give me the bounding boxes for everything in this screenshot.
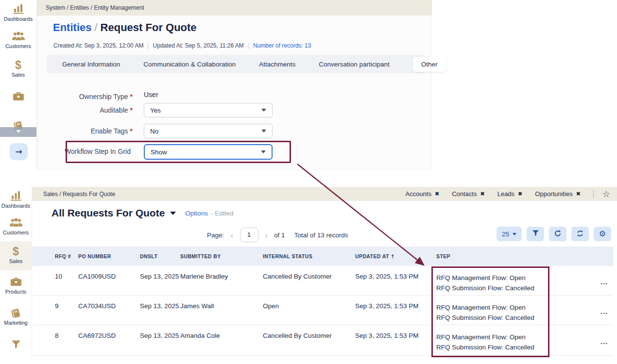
table-row[interactable]: 10 CA1009USD Sep 13, 2025 Marlene Bradle…: [32, 266, 613, 296]
form-row-workflow-step: Workflow Step In Grid Show: [37, 144, 432, 160]
column-header-step[interactable]: STEP: [436, 253, 596, 259]
caret-down-icon[interactable]: [170, 212, 176, 215]
required-asterisk: *: [130, 127, 133, 135]
options-link[interactable]: Options: [185, 210, 208, 217]
star-icon[interactable]: ☆: [602, 190, 610, 199]
tab-conversation-participant[interactable]: Conversation participant: [319, 61, 390, 68]
cell-rfq: 10: [55, 273, 78, 295]
tab-communication-collaboration[interactable]: Communication & Collaboration: [143, 61, 236, 68]
chevron-right-icon[interactable]: ›: [264, 231, 269, 240]
cell-updated-at: Sep 3, 2025, 1:53 PM: [355, 332, 436, 355]
table-header: RFQ # PO NUMBER DNSLT SUBMITTED BY INTER…: [32, 247, 613, 266]
form-row-auditable: Auditable* Yes: [37, 103, 432, 118]
created-at: Created At: Sep 3, 2025, 12:00 AM: [53, 42, 143, 49]
cell-updated-at: Sep 3, 2025, 1:53 PM: [355, 302, 436, 325]
list-title: All Requests For Quote: [51, 207, 165, 219]
auditable-select[interactable]: Yes: [144, 103, 273, 117]
sidebar-item-sales-active[interactable]: $ Sales: [0, 246, 32, 264]
sidebar-item-dashboards[interactable]: Dashboards: [0, 4, 36, 22]
ownership-type-value: User: [144, 89, 158, 100]
column-header-rfq[interactable]: RFQ #: [55, 253, 78, 259]
settings-button[interactable]: ⚙: [594, 227, 611, 241]
sidebar-item-products[interactable]: Products: [0, 277, 32, 295]
record-meta: Created At: Sep 3, 2025, 12:00 AM|Update…: [53, 42, 311, 49]
table-row[interactable]: 9 CA7034USD Sep 13, 2025 James Wall Open…: [32, 296, 613, 325]
entity-tabs: General Information Communication & Coll…: [47, 55, 426, 73]
page-title: Entities/Request For Quote: [53, 21, 197, 34]
sidebar-scroll-indicator[interactable]: [0, 127, 36, 137]
filter-tag-contacts[interactable]: Contacts✖: [452, 190, 485, 198]
row-actions-button[interactable]: •••: [596, 273, 613, 295]
close-icon[interactable]: ✖: [518, 191, 522, 197]
entity-management-panel: Dashboards Customers $ Sales: [0, 0, 432, 170]
column-header-submitted-by[interactable]: SUBMITTED BY: [180, 253, 263, 259]
cell-dnslt: Sep 13, 2025: [140, 273, 180, 295]
book-icon: [0, 308, 32, 318]
row-actions-button[interactable]: •••: [596, 332, 613, 355]
dollar-icon: $: [0, 60, 36, 70]
cell-step: RFQ Management Flow: Open RFQ Submission…: [436, 332, 596, 355]
cell-dnslt: Sep 13, 2025: [140, 332, 180, 355]
briefcase-icon: [0, 91, 36, 102]
funnel-icon: [0, 340, 32, 350]
close-icon[interactable]: ✖: [435, 191, 439, 197]
chevron-left-icon[interactable]: ‹: [229, 231, 234, 240]
form-row-enable-tags: Enable Tags* No: [37, 124, 432, 139]
total-records: Total of 13 records: [294, 232, 348, 239]
caret-down-icon: [513, 233, 516, 235]
divider: [593, 190, 594, 198]
filter-tag-opportunities[interactable]: Opportunities✖: [535, 190, 581, 198]
sidebar-item-label: Customers: [0, 43, 36, 49]
sort-asc-icon: ↑: [391, 253, 395, 259]
row-actions-button[interactable]: •••: [596, 302, 613, 325]
entities-link[interactable]: Entities: [53, 21, 91, 33]
sidebar-item-label: Products: [0, 289, 32, 295]
enable-tags-select[interactable]: No: [144, 124, 273, 138]
page-size-dropdown[interactable]: 25: [497, 227, 522, 241]
field-label: Ownership Type*: [37, 89, 133, 104]
requests-for-quote-panel: Dashboards Customers $ Sales Products: [0, 187, 617, 358]
sidebar-item-dashboards[interactable]: Dashboards: [0, 191, 32, 209]
gear-icon: ⚙: [599, 230, 606, 238]
refresh-button[interactable]: [549, 227, 566, 241]
sidebar-item-customers[interactable]: Customers: [0, 217, 32, 235]
sidebar-expand-button[interactable]: →: [10, 143, 28, 160]
people-icon: [0, 217, 32, 228]
sidebar-item-label: Sales: [0, 72, 36, 78]
cell-po: CA7034USD: [78, 302, 140, 325]
close-icon[interactable]: ✖: [576, 191, 581, 197]
page-of-label: of 1: [274, 232, 285, 239]
updated-at: Updated At: Sep 5, 2025, 11:26 AM: [153, 42, 244, 49]
sync-icon: [576, 230, 584, 239]
edited-label: - Edited: [211, 210, 234, 217]
breadcrumb[interactable]: Sales / Requests For Quote: [43, 191, 405, 198]
close-icon[interactable]: ✖: [480, 191, 484, 197]
filter-tags: Accounts✖ Contacts✖ Leads✖ Opportunities…: [405, 190, 580, 198]
cell-submitted-by: James Wall: [180, 302, 263, 325]
sync-button[interactable]: [571, 227, 589, 241]
tab-attachments[interactable]: Attachments: [259, 61, 295, 68]
filter-tag-accounts[interactable]: Accounts✖: [405, 190, 439, 198]
column-header-updated-at[interactable]: UPDATED AT↑: [355, 253, 436, 259]
filter-button[interactable]: [527, 227, 544, 241]
sidebar-item-label: Dashboards: [0, 203, 32, 209]
tab-general-information[interactable]: General Information: [62, 61, 120, 68]
sidebar-item-filter-partial[interactable]: [0, 340, 32, 350]
column-header-internal-status[interactable]: INTERNAL STATUS: [263, 253, 355, 259]
page-number-input[interactable]: 1: [240, 228, 258, 242]
breadcrumb[interactable]: System / Entities / Entity Management: [37, 0, 432, 16]
filter-tag-leads[interactable]: Leads✖: [497, 190, 523, 198]
rfq-table: RFQ # PO NUMBER DNSLT SUBMITTED BY INTER…: [32, 247, 613, 356]
workflow-step-select[interactable]: Show: [144, 144, 273, 160]
table-row[interactable]: 8 CA6972USD Sep 13, 2025 Amanda Cole Can…: [32, 325, 613, 356]
sidebar-item-products[interactable]: [0, 91, 36, 103]
sidebar-item-marketing[interactable]: Marketing: [0, 308, 32, 326]
column-header-dnslt[interactable]: DNSLT: [140, 253, 180, 259]
cell-po: CA6972USD: [78, 332, 140, 355]
caret-down-icon: [261, 130, 266, 132]
sidebar-item-customers[interactable]: Customers: [0, 31, 36, 49]
cell-step: RFQ Management Flow: Open RFQ Submission…: [436, 273, 596, 295]
column-header-po[interactable]: PO NUMBER: [78, 253, 140, 259]
tab-other[interactable]: Other: [413, 57, 446, 72]
sidebar-item-sales[interactable]: $ Sales: [0, 60, 36, 78]
